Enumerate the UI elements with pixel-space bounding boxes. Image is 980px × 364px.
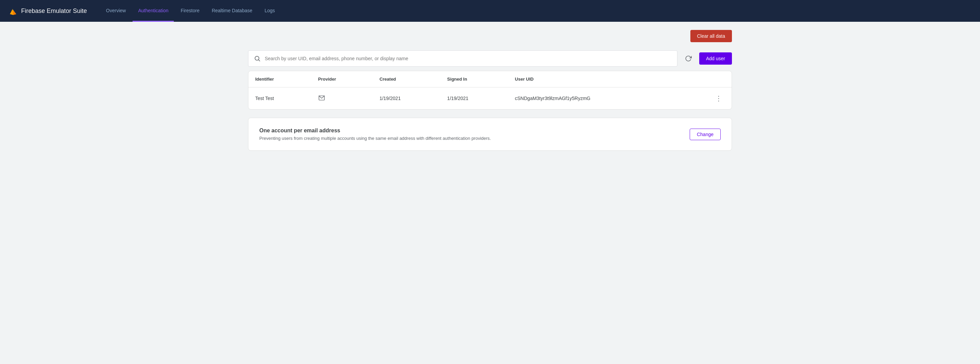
- settings-card: One account per email address Preventing…: [248, 118, 732, 151]
- clear-all-button[interactable]: Clear all data: [690, 30, 732, 42]
- settings-title: One account per email address: [259, 128, 491, 134]
- settings-description: Preventing users from creating multiple …: [259, 136, 491, 141]
- col-header-actions: [681, 71, 732, 87]
- table-row: Test Test 1/19/2021 1/19/2021 cSNDgaM3ty…: [248, 87, 732, 109]
- users-table-card: Identifier Provider Created Signed In Us…: [248, 71, 732, 109]
- action-bar: Clear all data: [248, 30, 732, 42]
- app-brand: Firebase Emulator Suite: [8, 6, 87, 16]
- firebase-logo-icon: [8, 6, 18, 16]
- svg-point-0: [255, 56, 259, 60]
- col-header-identifier: Identifier: [248, 71, 312, 87]
- search-icon: [254, 55, 261, 62]
- col-header-signed-in: Signed In: [440, 71, 508, 87]
- settings-card-text: One account per email address Preventing…: [259, 128, 491, 141]
- cell-uid: cSNDgaM3tyr3t9lzmAGf1y5RyzmG: [508, 87, 681, 109]
- col-header-provider: Provider: [312, 71, 373, 87]
- change-button[interactable]: Change: [690, 128, 721, 140]
- navbar: Firebase Emulator Suite Overview Authent…: [0, 0, 980, 22]
- svg-line-1: [259, 60, 260, 61]
- main-nav: Overview Authentication Firestore Realti…: [100, 0, 280, 22]
- cell-identifier: Test Test: [248, 87, 312, 109]
- refresh-button[interactable]: [681, 52, 695, 65]
- nav-item-realtime-database[interactable]: Realtime Database: [206, 0, 258, 22]
- nav-item-overview[interactable]: Overview: [100, 0, 131, 22]
- row-more-button[interactable]: ⋮: [713, 93, 725, 104]
- cell-actions: ⋮: [681, 87, 732, 109]
- email-provider-icon: [318, 95, 325, 101]
- main-content: Clear all data Add user Identifier Provi…: [234, 22, 746, 159]
- add-user-button[interactable]: Add user: [699, 52, 732, 65]
- search-input[interactable]: [265, 56, 671, 61]
- app-title: Firebase Emulator Suite: [21, 8, 87, 14]
- nav-item-logs[interactable]: Logs: [259, 0, 280, 22]
- search-container: [248, 51, 678, 66]
- refresh-icon: [685, 55, 692, 62]
- cell-created: 1/19/2021: [373, 87, 441, 109]
- nav-item-authentication[interactable]: Authentication: [132, 0, 174, 22]
- table-header-row: Identifier Provider Created Signed In Us…: [248, 71, 732, 87]
- col-header-uid: User UID: [508, 71, 681, 87]
- users-table: Identifier Provider Created Signed In Us…: [248, 71, 732, 109]
- nav-item-firestore[interactable]: Firestore: [175, 0, 205, 22]
- search-row: Add user: [248, 51, 732, 66]
- col-header-created: Created: [373, 71, 441, 87]
- cell-provider: [312, 87, 373, 109]
- cell-signed-in: 1/19/2021: [440, 87, 508, 109]
